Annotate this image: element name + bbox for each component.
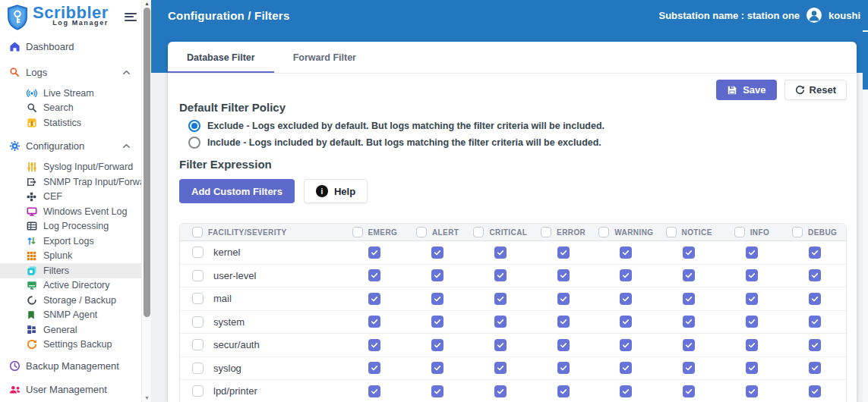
header-checkbox-info[interactable]: [734, 227, 745, 237]
checked-checkbox-debug[interactable]: [809, 362, 821, 374]
sidebar-item-live-stream[interactable]: Live Stream: [0, 86, 141, 101]
content-scrollbar-thumb[interactable]: [863, 32, 868, 90]
checked-checkbox-alert[interactable]: [431, 269, 443, 281]
checked-checkbox-debug[interactable]: [809, 339, 821, 351]
checked-checkbox-alert[interactable]: [431, 362, 443, 374]
header-checkbox-emerg[interactable]: [352, 227, 363, 237]
checked-checkbox-info[interactable]: [746, 293, 758, 305]
sidebar-item-export-logs[interactable]: Export Logs: [0, 234, 141, 249]
sidebar-item-snmp-agent[interactable]: SNMP Agent: [0, 308, 141, 323]
facility-row-checkbox[interactable]: [192, 339, 204, 350]
header-checkbox-alert[interactable]: [416, 227, 427, 237]
facility-row-checkbox[interactable]: [192, 270, 204, 281]
sidebar-item-filters[interactable]: Filters: [0, 263, 141, 278]
facility-row-checkbox[interactable]: [192, 363, 204, 374]
save-button[interactable]: Save: [716, 80, 776, 100]
checked-checkbox-alert[interactable]: [431, 316, 443, 328]
sidebar-item-splunk[interactable]: Splunk: [0, 249, 141, 264]
tab-database-filter[interactable]: Database Filter: [168, 42, 274, 73]
facility-row-checkbox[interactable]: [192, 316, 204, 328]
checked-checkbox-critical[interactable]: [494, 362, 507, 374]
sidebar-item-general[interactable]: General: [0, 322, 141, 338]
checked-checkbox-error[interactable]: [557, 362, 570, 374]
header-checkbox-facility-severity[interactable]: [192, 227, 203, 237]
checked-checkbox-emerg[interactable]: [368, 293, 380, 305]
sidebar-item-configuration[interactable]: Configuration: [0, 137, 141, 156]
help-button[interactable]: i Help: [304, 179, 368, 203]
tab-forward-filter[interactable]: Forward Filter: [274, 42, 375, 73]
reset-button[interactable]: Reset: [784, 80, 847, 100]
checked-checkbox-info[interactable]: [746, 385, 758, 397]
checked-checkbox-warning[interactable]: [620, 339, 632, 351]
checked-checkbox-notice[interactable]: [683, 362, 695, 374]
checked-checkbox-critical[interactable]: [494, 316, 507, 328]
sidebar-item-search[interactable]: Search: [0, 101, 141, 116]
checked-checkbox-alert[interactable]: [431, 247, 443, 259]
checked-checkbox-emerg[interactable]: [368, 269, 380, 281]
checked-checkbox-debug[interactable]: [809, 316, 821, 328]
facility-row-checkbox[interactable]: [192, 385, 204, 397]
checked-checkbox-notice[interactable]: [683, 293, 695, 305]
checked-checkbox-critical[interactable]: [494, 293, 507, 305]
sidebar-item-log-processing[interactable]: Log Processing: [0, 219, 141, 234]
sidebar-item-settings-backup[interactable]: Settings Backup: [0, 338, 141, 353]
checked-checkbox-alert[interactable]: [431, 339, 443, 351]
checked-checkbox-warning[interactable]: [620, 293, 632, 305]
content-scrollbar[interactable]: [863, 30, 868, 402]
chevron-up-icon[interactable]: [122, 142, 131, 150]
sidebar-scrollbar[interactable]: ▲ ▼: [141, 0, 151, 402]
checked-checkbox-error[interactable]: [557, 293, 570, 305]
checked-checkbox-notice[interactable]: [683, 385, 695, 397]
checked-checkbox-critical[interactable]: [494, 247, 507, 259]
header-checkbox-error[interactable]: [541, 227, 551, 237]
filter-policy-option-include[interactable]: Include - Logs included by default. But …: [188, 137, 847, 149]
sidebar-item-syslog-input-forward[interactable]: Syslog Input/Forward: [0, 160, 141, 175]
checked-checkbox-critical[interactable]: [494, 269, 507, 281]
checked-checkbox-alert[interactable]: [431, 385, 443, 397]
sidebar-scrollbar-thumb[interactable]: [144, 8, 150, 317]
checked-checkbox-error[interactable]: [557, 269, 570, 281]
checked-checkbox-debug[interactable]: [809, 293, 821, 305]
checked-checkbox-alert[interactable]: [431, 293, 443, 305]
sidebar-item-user-management[interactable]: User Management: [0, 379, 141, 399]
checked-checkbox-debug[interactable]: [809, 269, 821, 281]
checked-checkbox-emerg[interactable]: [368, 362, 380, 374]
checked-checkbox-info[interactable]: [746, 362, 758, 374]
checked-checkbox-error[interactable]: [557, 316, 570, 328]
header-checkbox-critical[interactable]: [473, 227, 484, 237]
checked-checkbox-info[interactable]: [746, 316, 758, 328]
checked-checkbox-warning[interactable]: [620, 385, 632, 397]
sidebar-item-storage-backup[interactable]: Storage / Backup: [0, 293, 141, 308]
radio-unselected-icon[interactable]: [188, 137, 200, 149]
checked-checkbox-error[interactable]: [557, 385, 570, 397]
add-custom-filters-button[interactable]: Add Custom Filters: [179, 179, 295, 203]
checked-checkbox-notice[interactable]: [683, 247, 695, 259]
checked-checkbox-emerg[interactable]: [368, 385, 380, 397]
sidebar-item-cef[interactable]: CEF: [0, 190, 141, 205]
checked-checkbox-notice[interactable]: [683, 269, 695, 281]
radio-selected-icon[interactable]: [188, 120, 200, 132]
chevron-up-icon[interactable]: [122, 68, 131, 77]
sidebar-item-backup-management[interactable]: Backup Management: [0, 356, 141, 375]
user-avatar-icon[interactable]: [806, 8, 822, 23]
sidebar-item-dashboard[interactable]: Dashboard: [0, 36, 141, 56]
checked-checkbox-emerg[interactable]: [368, 247, 380, 259]
checked-checkbox-warning[interactable]: [620, 316, 632, 328]
filter-policy-option-exclude[interactable]: Exclude - Logs excluded by default. But …: [188, 120, 847, 132]
checked-checkbox-warning[interactable]: [620, 247, 632, 259]
checked-checkbox-notice[interactable]: [683, 316, 695, 328]
checked-checkbox-emerg[interactable]: [368, 316, 380, 328]
checked-checkbox-info[interactable]: [746, 269, 758, 281]
facility-row-checkbox[interactable]: [192, 247, 204, 258]
checked-checkbox-critical[interactable]: [494, 385, 507, 397]
header-checkbox-warning[interactable]: [598, 227, 609, 237]
checked-checkbox-debug[interactable]: [809, 247, 821, 259]
checked-checkbox-notice[interactable]: [683, 339, 695, 351]
sidebar-item-statistics[interactable]: Statistics: [0, 115, 141, 130]
checked-checkbox-critical[interactable]: [494, 339, 507, 351]
checked-checkbox-error[interactable]: [557, 339, 570, 351]
checked-checkbox-warning[interactable]: [620, 269, 632, 281]
header-checkbox-notice[interactable]: [666, 227, 677, 237]
username[interactable]: koushi: [829, 10, 860, 21]
checked-checkbox-error[interactable]: [557, 247, 570, 259]
